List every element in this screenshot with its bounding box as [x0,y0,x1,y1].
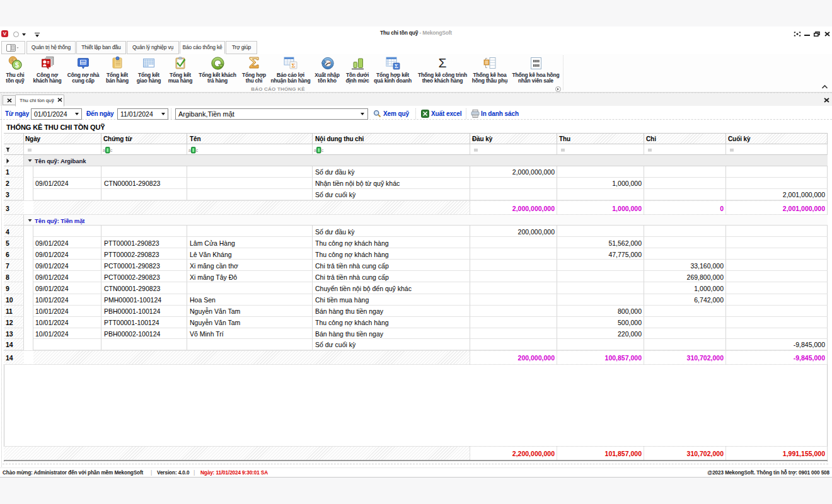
svg-text:Σ: Σ [292,62,296,69]
svg-text:c: c [110,148,113,152]
svg-text:a: a [188,148,191,152]
svg-text:a: a [314,148,316,152]
svg-text:Σ: Σ [439,55,447,70]
svg-text:c: c [196,148,199,152]
svg-text:a: a [103,148,105,152]
svg-text:Σ: Σ [395,63,398,69]
svg-text:$: $ [15,61,19,69]
svg-text:c: c [321,148,324,152]
